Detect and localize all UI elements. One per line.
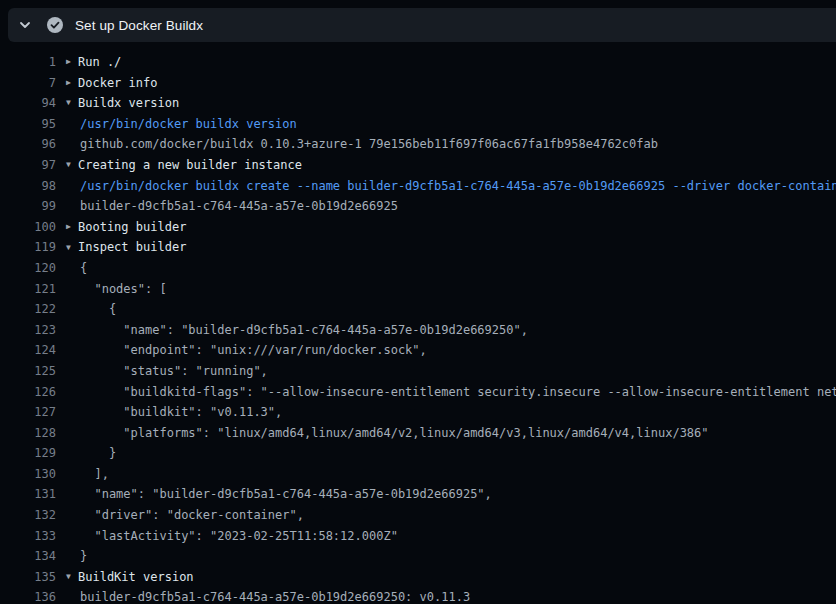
group-expanded-icon[interactable]: ▼ [66, 238, 78, 258]
line-number[interactable]: 125 [0, 361, 56, 382]
log-line-text: "driver": "docker-container", [56, 505, 836, 526]
log-line: 132 "driver": "docker-container", [0, 505, 836, 526]
line-number[interactable]: 121 [0, 279, 56, 300]
log-line-text: ], [56, 464, 836, 485]
log-line: 123 "name": "builder-d9cfb5a1-c764-445a-… [0, 320, 836, 341]
log-line-text: "name": "builder-d9cfb5a1-c764-445a-a57e… [56, 320, 836, 341]
line-number[interactable]: 95 [0, 114, 56, 135]
log-line: 120 { [0, 258, 836, 279]
step-title: Set up Docker Buildx [75, 18, 203, 33]
log-line-text: "endpoint": "unix:///var/run/docker.sock… [56, 340, 836, 361]
line-number[interactable]: 1 [0, 52, 56, 73]
log-line-text: github.com/docker/buildx 0.10.3+azure-1 … [56, 134, 836, 155]
log-line: 96 github.com/docker/buildx 0.10.3+azure… [0, 134, 836, 155]
log-line-text: "buildkit": "v0.11.3", [56, 402, 836, 423]
step-header[interactable]: Set up Docker Buildx [8, 8, 836, 42]
log-line-text: { [56, 258, 836, 279]
log-line: 127 "buildkit": "v0.11.3", [0, 402, 836, 423]
line-number[interactable]: 122 [0, 299, 56, 320]
log-line: 134 } [0, 546, 836, 567]
log-line-text: "platforms": "linux/amd64,linux/amd64/v2… [56, 423, 836, 444]
log-line-text: "status": "running", [56, 361, 836, 382]
log-line-text: } [56, 546, 836, 567]
log-line: 7 ▶Docker info [0, 73, 836, 94]
log-line: 131 "name": "builder-d9cfb5a1-c764-445a-… [0, 484, 836, 505]
log-line: 128 "platforms": "linux/amd64,linux/amd6… [0, 423, 836, 444]
line-number[interactable]: 96 [0, 134, 56, 155]
line-number[interactable]: 99 [0, 196, 56, 217]
log-line-text: /usr/bin/docker buildx version [56, 114, 836, 135]
log-line: 135 ▼BuildKit version [0, 567, 836, 588]
log-line-text: builder-d9cfb5a1-c764-445a-a57e-0b19d2e6… [56, 196, 836, 217]
line-number[interactable]: 97 [0, 155, 56, 176]
log-line-text[interactable]: ▶Run ./ [56, 52, 836, 73]
line-number[interactable]: 100 [0, 217, 56, 238]
chevron-down-icon[interactable] [19, 19, 31, 31]
log-line: 95 /usr/bin/docker buildx version [0, 114, 836, 135]
group-collapsed-icon[interactable]: ▶ [66, 52, 78, 72]
line-number[interactable]: 136 [0, 587, 56, 604]
line-number[interactable]: 131 [0, 484, 56, 505]
log-line-text: builder-d9cfb5a1-c764-445a-a57e-0b19d2e6… [56, 587, 836, 604]
line-number[interactable]: 135 [0, 567, 56, 588]
group-expanded-icon[interactable]: ▼ [66, 93, 78, 113]
line-number[interactable]: 127 [0, 402, 56, 423]
log-line-text[interactable]: ▼BuildKit version [56, 567, 836, 588]
line-number[interactable]: 129 [0, 443, 56, 464]
group-expanded-icon[interactable]: ▼ [66, 567, 78, 587]
log-line-text[interactable]: ▶Booting builder [56, 217, 836, 238]
log-line: 126 "buildkitd-flags": "--allow-insecure… [0, 382, 836, 403]
group-collapsed-icon[interactable]: ▶ [66, 73, 78, 93]
log-line-text: "lastActivity": "2023-02-25T11:58:12.000… [56, 526, 836, 547]
log-line-text[interactable]: ▼Creating a new builder instance [56, 155, 836, 176]
check-circle-icon [47, 17, 63, 33]
log-line: 121 "nodes": [ [0, 279, 836, 300]
log-line-text[interactable]: ▶Docker info [56, 73, 836, 94]
log-line: 99 builder-d9cfb5a1-c764-445a-a57e-0b19d… [0, 196, 836, 217]
log-line: 124 "endpoint": "unix:///var/run/docker.… [0, 340, 836, 361]
log-line: 130 ], [0, 464, 836, 485]
line-number[interactable]: 133 [0, 526, 56, 547]
log-line: 97 ▼Creating a new builder instance [0, 155, 836, 176]
line-number[interactable]: 94 [0, 93, 56, 114]
log-line-text: "nodes": [ [56, 279, 836, 300]
line-number[interactable]: 134 [0, 546, 56, 567]
group-collapsed-icon[interactable]: ▶ [66, 217, 78, 237]
log-line-text: { [56, 299, 836, 320]
log-line-text[interactable]: ▼Inspect builder [56, 237, 836, 258]
line-number[interactable]: 124 [0, 340, 56, 361]
log-line-text: "name": "builder-d9cfb5a1-c764-445a-a57e… [56, 484, 836, 505]
log-area[interactable]: 1 ▶Run ./ 7 ▶Docker info 94 ▼Buildx vers… [0, 42, 836, 604]
log-line: 136 builder-d9cfb5a1-c764-445a-a57e-0b19… [0, 587, 836, 604]
group-expanded-icon[interactable]: ▼ [66, 155, 78, 175]
line-number[interactable]: 130 [0, 464, 56, 485]
line-number[interactable]: 119 [0, 237, 56, 258]
line-number[interactable]: 132 [0, 505, 56, 526]
log-line: 94 ▼Buildx version [0, 93, 836, 114]
log-line: 133 "lastActivity": "2023-02-25T11:58:12… [0, 526, 836, 547]
line-number[interactable]: 120 [0, 258, 56, 279]
line-number[interactable]: 123 [0, 320, 56, 341]
line-number[interactable]: 126 [0, 382, 56, 403]
line-number[interactable]: 7 [0, 73, 56, 94]
log-line-text: /usr/bin/docker buildx create --name bui… [56, 176, 836, 197]
line-number[interactable]: 128 [0, 423, 56, 444]
log-line-text[interactable]: ▼Buildx version [56, 93, 836, 114]
line-number[interactable]: 98 [0, 176, 56, 197]
log-line-text: "buildkitd-flags": "--allow-insecure-ent… [56, 382, 836, 403]
log-line: 125 "status": "running", [0, 361, 836, 382]
log-line: 122 { [0, 299, 836, 320]
log-line: 129 } [0, 443, 836, 464]
log-line: 98 /usr/bin/docker buildx create --name … [0, 176, 836, 197]
log-line: 1 ▶Run ./ [0, 52, 836, 73]
log-line: 119 ▼Inspect builder [0, 237, 836, 258]
log-line: 100 ▶Booting builder [0, 217, 836, 238]
log-line-text: } [56, 443, 836, 464]
